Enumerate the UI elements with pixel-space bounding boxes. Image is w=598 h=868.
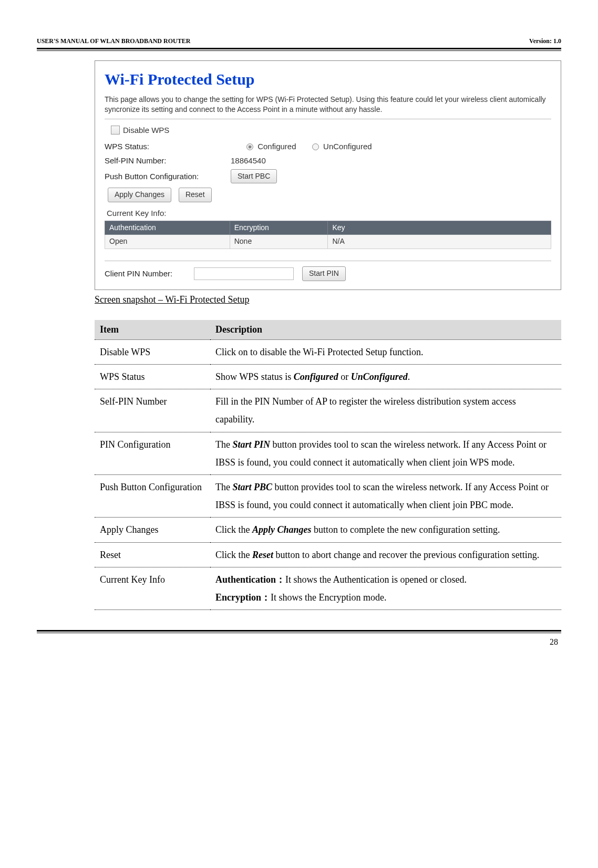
dt-item: WPS Status <box>95 365 210 389</box>
dt-desc: Click the Apply Changes button to comple… <box>210 518 561 542</box>
dt-desc: Click the Reset button to abort change a… <box>210 542 561 567</box>
start-pbc-button[interactable]: Start PBC <box>231 169 277 184</box>
kt-key-value: N/A <box>328 235 551 249</box>
start-pin-button[interactable]: Start PIN <box>302 266 346 281</box>
client-pin-row: Client PIN Number: Start PIN <box>105 266 551 281</box>
dt-item: Reset <box>95 542 210 567</box>
dt-item: Apply Changes <box>95 518 210 542</box>
dt-item: Push Button Configuration <box>95 475 210 518</box>
wps-settings-panel: Wi-Fi Protected Setup This page allows y… <box>95 60 561 290</box>
kt-enc-header: Encryption <box>230 221 328 235</box>
table-row: PIN Configuration The Start PIN button p… <box>95 432 561 474</box>
dt-header-item: Item <box>95 320 210 340</box>
current-key-table: Authentication Encryption Key Open None … <box>105 221 551 249</box>
kt-auth-value: Open <box>105 235 230 249</box>
wps-status-row: WPS Status: Configured UnConfigured <box>105 141 551 152</box>
kt-auth-header: Authentication <box>105 221 230 235</box>
page-number: 28 <box>37 636 561 648</box>
self-pin-value: 18864540 <box>231 155 266 166</box>
panel-separator-1 <box>105 119 551 119</box>
dt-desc: Fill in the PIN Number of AP to register… <box>210 389 561 432</box>
dt-header-desc: Description <box>210 320 561 340</box>
dt-desc: Click on to disable the Wi-Fi Protected … <box>210 339 561 364</box>
disable-wps-checkbox[interactable] <box>111 126 120 135</box>
table-row: Push Button Configuration The Start PBC … <box>95 475 561 518</box>
screenshot-caption: Screen snapshot – Wi-Fi Protected Setup <box>95 293 561 306</box>
table-row: Reset Click the Reset button to abort ch… <box>95 542 561 567</box>
configured-label: Configured <box>257 142 296 151</box>
apply-reset-row: Apply Changes Reset <box>105 188 551 202</box>
page-header: USER'S MANUAL OF WLAN BROADBAND ROUTER V… <box>37 37 561 46</box>
dt-desc: The Start PBC button provides tool to sc… <box>210 475 561 518</box>
apply-changes-button[interactable]: Apply Changes <box>108 188 171 202</box>
wps-status-label: WPS Status: <box>105 141 231 152</box>
panel-title: Wi-Fi Protected Setup <box>105 68 551 90</box>
footer-rule-thin <box>37 633 561 633</box>
table-row: Current Key Info Authentication：It shows… <box>95 567 561 609</box>
reset-button[interactable]: Reset <box>179 188 212 202</box>
header-right: Version: 1.0 <box>529 37 561 46</box>
dt-item: Current Key Info <box>95 567 210 609</box>
unconfigured-radio[interactable] <box>312 143 319 150</box>
dt-item: Self-PIN Number <box>95 389 210 432</box>
kt-enc-value: None <box>230 235 328 249</box>
client-pin-label: Client PIN Number: <box>105 268 194 279</box>
client-pin-input[interactable] <box>194 267 294 280</box>
disable-wps-label: Disable WPS <box>123 125 169 136</box>
unconfigured-label: UnConfigured <box>323 142 372 151</box>
header-rule-thick <box>37 48 561 49</box>
self-pin-row: Self-PIN Number: 18864540 <box>105 155 551 166</box>
dt-item: PIN Configuration <box>95 432 210 474</box>
header-rule-thin <box>37 50 561 51</box>
pbc-row: Push Button Configuration: Start PBC <box>105 169 551 184</box>
panel-separator-2 <box>105 261 551 261</box>
dt-desc: The Start PIN button provides tool to sc… <box>210 432 561 474</box>
table-row: WPS Status Show WPS status is Configured… <box>95 365 561 389</box>
panel-description: This page allows you to change the setti… <box>105 95 551 115</box>
description-table: Item Description Disable WPS Click on to… <box>95 320 561 610</box>
self-pin-label: Self-PIN Number: <box>105 155 231 166</box>
pbc-label: Push Button Configuration: <box>105 171 231 182</box>
dt-desc: Show WPS status is Configured or UnConfi… <box>210 365 561 389</box>
header-left: USER'S MANUAL OF WLAN BROADBAND ROUTER <box>37 37 190 46</box>
footer-rule-thick <box>37 630 561 632</box>
dt-item: Disable WPS <box>95 339 210 364</box>
current-key-label: Current Key Info: <box>107 208 551 219</box>
configured-radio[interactable] <box>246 143 253 150</box>
table-row: Apply Changes Click the Apply Changes bu… <box>95 518 561 542</box>
kt-key-header: Key <box>328 221 551 235</box>
dt-desc: Authentication：It shows the Authenticati… <box>210 567 561 609</box>
table-row: Self-PIN Number Fill in the PIN Number o… <box>95 389 561 432</box>
table-row: Disable WPS Click on to disable the Wi-F… <box>95 339 561 364</box>
disable-wps-row: Disable WPS <box>111 125 551 136</box>
